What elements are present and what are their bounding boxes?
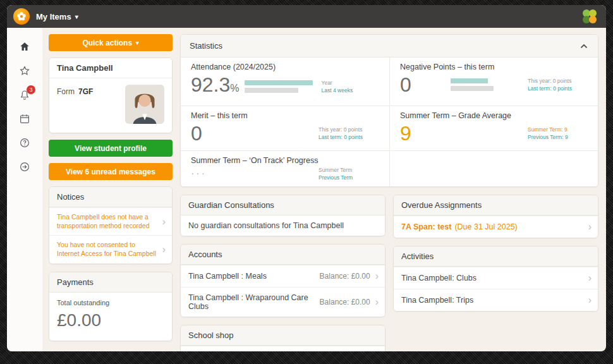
on-track-legend: Summer Term Previous Term — [319, 166, 353, 181]
icon-rail: 3 — [7, 28, 42, 351]
total-outstanding-amount: £0.00 — [57, 310, 164, 331]
bromcom-flower-icon — [582, 9, 597, 24]
account-label: Tina Campbell : Meals — [188, 272, 315, 281]
notices-panel: Notices Tina Campbell does not have a tr… — [49, 186, 173, 264]
on-track-placeholder-dots: ··· — [191, 166, 236, 181]
view-student-profile-button[interactable]: View student profile — [49, 140, 173, 157]
grade-average-legend: Summer Term: 9 Previous Term: 9 — [528, 126, 568, 141]
overdue-assignments-title: Overdue Assignments — [394, 195, 598, 215]
overdue-assignments-panel: Overdue Assignments 7A Span: test(Due 31… — [393, 195, 598, 238]
my-items-label: My Items — [36, 12, 71, 21]
brand-logo-icon[interactable] — [13, 8, 30, 25]
attendance-bars — [245, 80, 313, 93]
chevron-down-icon: ▾ — [75, 13, 78, 20]
payments-panel: Payments Total outstanding £0.00 — [49, 272, 173, 341]
stat-negative-points: Negative Points – this term 0 This year:… — [389, 58, 598, 106]
overdue-assignment-row[interactable]: 7A Span: test(Due 31 Jul 2025) › — [394, 215, 598, 238]
app-window: My Items ▾ 3 — [7, 5, 606, 351]
chevron-right-icon: › — [588, 295, 592, 305]
chevron-right-icon: › — [588, 273, 592, 283]
lower-columns: Guardian Consultations No guardian consu… — [180, 195, 598, 351]
stat-title: Attendance (2024/2025) — [191, 63, 379, 71]
star-icon[interactable] — [15, 61, 35, 81]
chevron-right-icon: › — [162, 245, 166, 255]
stat-title: Merit – this term — [191, 111, 379, 120]
lower-left-column: Guardian Consultations No guardian consu… — [180, 195, 385, 351]
screenshot-noise-frame: My Items ▾ 3 — [0, 0, 613, 364]
negative-points-bars — [451, 78, 519, 91]
activities-title: Activities — [394, 246, 598, 267]
flower-glyph — [16, 11, 27, 21]
stat-grade-average: Summer Term – Grade Average 9 Summer Ter… — [389, 106, 598, 150]
statistics-grid: Attendance (2024/2025) 92.3% Year Last 4… — [181, 58, 598, 186]
guardian-consultations-empty: No guardian consultations for Tina Campb… — [181, 215, 385, 236]
activity-row-trips[interactable]: Tina Campbell: Trips › — [394, 289, 598, 311]
guardian-consultations-panel: Guardian Consultations No guardian consu… — [180, 195, 385, 236]
account-balance: Balance: £0.00 — [320, 272, 370, 281]
topbar: My Items ▾ — [7, 5, 606, 28]
activities-panel: Activities Tina Campbell: Clubs › Tina C… — [393, 246, 598, 312]
on-track-bars — [241, 167, 310, 180]
my-items-menu[interactable]: My Items ▾ — [36, 12, 78, 21]
account-row-wraparound[interactable]: Tina Campbell : Wraparound Care Clubs Ba… — [181, 287, 385, 317]
stat-empty-cell — [389, 150, 598, 186]
notice-item[interactable]: You have not consented to Internet Acces… — [49, 235, 172, 263]
activity-label: Tina Campbell: Trips — [401, 296, 583, 305]
merit-bars — [241, 127, 310, 140]
calendar-icon[interactable] — [15, 109, 35, 129]
app-body: 3 Quick actions ▾ Tina Campbell — [7, 28, 606, 351]
overdue-assignment-label: 7A Span: test(Due 31 Jul 2025) — [401, 222, 583, 231]
quick-actions-button[interactable]: Quick actions ▾ — [49, 34, 173, 51]
school-shop-panel: School shop Tina Campbell : School shop … — [180, 325, 385, 351]
student-card-body: Form7GF — [49, 78, 172, 133]
lower-right-column: Overdue Assignments 7A Span: test(Due 31… — [393, 195, 598, 351]
attendance-value: 92.3% — [191, 73, 240, 100]
school-shop-row[interactable]: Tina Campbell : School shop products › — [181, 346, 385, 351]
activity-row-clubs[interactable]: Tina Campbell: Clubs › — [394, 267, 598, 289]
form-value: 7GF — [78, 87, 93, 96]
student-photo — [125, 85, 164, 124]
negative-points-legend: This year: 0 points Last term: 0 points — [528, 77, 572, 92]
chevron-down-icon: ▾ — [136, 40, 139, 46]
collapse-chevron-up-icon[interactable] — [579, 40, 589, 52]
chevron-right-icon: › — [588, 222, 592, 232]
home-icon[interactable] — [15, 37, 35, 57]
account-label: Tina Campbell : Wraparound Care Clubs — [188, 293, 315, 311]
statistics-header: Statistics — [181, 35, 598, 58]
chevron-right-icon: › — [375, 271, 379, 281]
quick-actions-label: Quick actions — [82, 39, 132, 47]
notice-text: Tina Campbell does not have a transporta… — [57, 213, 157, 230]
attendance-legend: Year Last 4 weeks — [322, 79, 353, 94]
notice-item[interactable]: Tina Campbell does not have a transporta… — [49, 207, 172, 235]
main-content: Statistics Attendance (2024/2025) 92.3% — [180, 34, 598, 351]
activity-label: Tina Campbell: Clubs — [401, 274, 583, 282]
statistics-panel: Statistics Attendance (2024/2025) 92.3% — [180, 34, 598, 187]
alerts-icon[interactable]: 3 — [15, 85, 35, 105]
logout-icon[interactable] — [15, 157, 35, 177]
alerts-badge: 3 — [27, 85, 35, 94]
payments-title: Payments — [49, 272, 172, 293]
notices-title: Notices — [49, 187, 172, 207]
form-label: Form — [57, 87, 75, 96]
account-row-meals[interactable]: Tina Campbell : Meals Balance: £0.00 › — [181, 265, 385, 287]
merit-value: 0 — [191, 121, 236, 145]
accounts-panel: Accounts Tina Campbell : Meals Balance: … — [180, 244, 385, 317]
account-balance: Balance: £0.00 — [320, 298, 370, 306]
chevron-right-icon: › — [162, 217, 166, 227]
total-outstanding-label: Total outstanding — [57, 299, 164, 306]
student-form: Form7GF — [57, 85, 93, 96]
negative-points-value: 0 — [400, 73, 446, 97]
payments-body: Total outstanding £0.00 — [49, 293, 172, 341]
school-shop-title: School shop — [181, 325, 385, 346]
view-unread-messages-button[interactable]: View 6 unread messages — [49, 163, 173, 180]
help-icon[interactable] — [15, 133, 35, 153]
merit-legend: This year: 0 points Last term: 0 points — [319, 126, 363, 141]
accounts-title: Accounts — [181, 245, 385, 265]
notice-text: You have not consented to Internet Acces… — [57, 241, 157, 258]
stat-attendance: Attendance (2024/2025) 92.3% Year Last 4… — [181, 58, 389, 106]
student-card: Tina Campbell Form7GF — [49, 58, 173, 133]
stat-title: Negative Points – this term — [400, 63, 588, 71]
student-name: Tina Campbell — [49, 58, 172, 78]
grade-average-value: 9 — [400, 121, 446, 145]
left-panel: Quick actions ▾ Tina Campbell Form7GF — [49, 34, 173, 351]
